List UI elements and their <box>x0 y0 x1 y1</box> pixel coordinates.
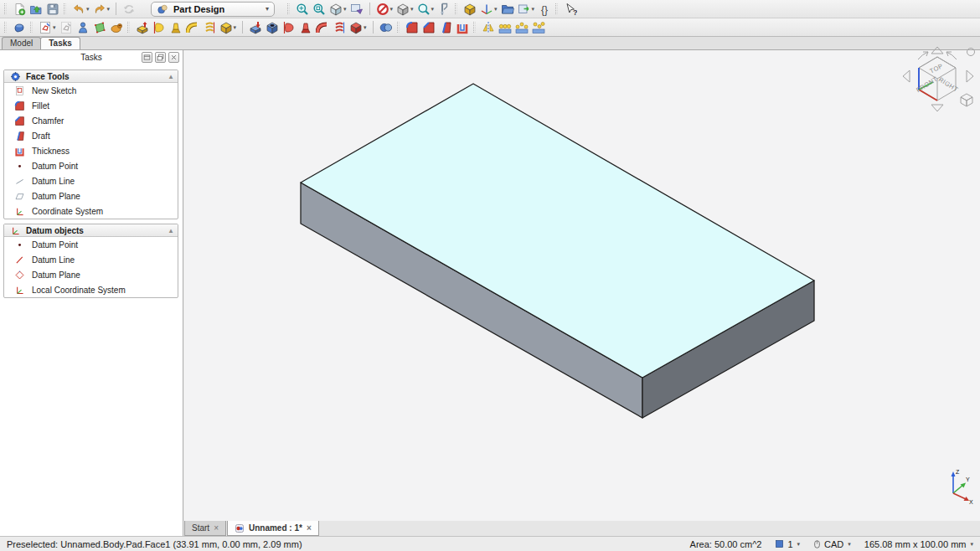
close-icon[interactable]: × <box>307 523 312 533</box>
multitransform-button[interactable] <box>530 19 547 36</box>
toolbar-grip <box>4 3 7 14</box>
whats-this-button[interactable]: ? <box>562 1 579 18</box>
placement-button[interactable]: ▾ <box>478 1 499 18</box>
fit-selection-button[interactable] <box>311 1 328 18</box>
workbench-selector[interactable]: Part Design ▾ <box>151 2 275 17</box>
mirrored-button[interactable] <box>480 19 497 36</box>
tab-start[interactable]: Start × <box>184 521 226 536</box>
collapse-arrow-icon[interactable]: ▴ <box>169 73 173 80</box>
viewport-3d[interactable]: TOP FRONT RIGHT Z Y X <box>184 50 980 521</box>
task-item-datum-point[interactable]: Datum Point <box>4 158 178 173</box>
fit-all-button[interactable] <box>294 1 311 18</box>
new-document-button[interactable] <box>11 1 28 18</box>
create-part-button[interactable] <box>462 1 478 18</box>
nav-cube-top-label[interactable]: TOP <box>928 62 944 75</box>
area-readout: Area: 50.00 cm^2 <box>690 539 762 549</box>
tab-unnamed-document[interactable]: Unnamed : 1* × <box>227 521 319 536</box>
task-item-datum-point[interactable]: Datum Point <box>4 237 178 252</box>
draft-button[interactable] <box>437 19 454 36</box>
task-item-new-sketch[interactable]: New Sketch <box>4 83 178 98</box>
chevron-down-icon: ▾ <box>390 6 394 12</box>
navigation-style-selector[interactable]: CAD▾ <box>813 539 851 549</box>
collapse-arrow-icon[interactable]: ▴ <box>169 227 173 234</box>
clone-button[interactable] <box>108 19 125 36</box>
edit-sketch-button[interactable] <box>58 19 75 36</box>
close-icon[interactable] <box>168 52 179 63</box>
task-item-datum-line[interactable]: Datum Line <box>4 173 178 188</box>
task-item-draft[interactable]: Draft <box>4 128 178 143</box>
revolution-button[interactable] <box>151 19 168 36</box>
pad-solid[interactable] <box>184 50 980 521</box>
task-item-fillet[interactable]: Fillet <box>4 98 178 113</box>
nav-circle-icon <box>967 49 975 56</box>
draw-style-button[interactable]: ▾ <box>374 1 395 18</box>
view-cube-button[interactable]: ▾ <box>395 1 415 18</box>
shape-binder-button[interactable] <box>91 19 108 36</box>
subtractive-loft-button[interactable] <box>297 19 314 36</box>
expression-button[interactable]: {} <box>536 1 553 18</box>
additive-primitive-button[interactable]: ▾ <box>218 19 239 36</box>
float-button[interactable] <box>155 52 166 63</box>
open-button[interactable] <box>28 1 44 18</box>
save-button[interactable] <box>44 1 61 18</box>
coord-system-icon <box>9 224 21 236</box>
pocket-button[interactable] <box>247 19 264 36</box>
mini-cube-icon <box>961 94 972 106</box>
additive-pipe-button[interactable] <box>184 19 201 36</box>
dimension-readout[interactable]: 165.08 mm x 100.00 mm▾ <box>864 539 973 549</box>
measure-button[interactable] <box>436 1 452 18</box>
section-header[interactable]: Face Tools▴ <box>4 70 178 83</box>
hole-button[interactable] <box>264 19 281 36</box>
chevron-down-icon: ▾ <box>364 24 367 30</box>
document-icon <box>235 523 245 533</box>
additive-helix-button[interactable] <box>201 19 218 36</box>
linear-pattern-button[interactable] <box>497 19 513 36</box>
layer-selector[interactable]: 1▾ <box>775 539 800 549</box>
refresh-button[interactable] <box>121 1 137 18</box>
zoom-tools-button[interactable]: ▾ <box>415 1 436 18</box>
undo-button[interactable]: ▾ <box>70 1 91 18</box>
boolean-operation-button[interactable] <box>378 19 395 36</box>
groove-button[interactable] <box>281 19 297 36</box>
datum-plane-red-icon <box>13 269 25 281</box>
task-item-coordinate-system[interactable]: Coordinate System <box>4 203 178 219</box>
polar-pattern-button[interactable] <box>513 19 530 36</box>
subtractive-primitive-button[interactable]: ▾ <box>348 19 369 36</box>
datum-plane-gray-icon <box>13 190 25 202</box>
axis-z-label: Z <box>956 469 960 475</box>
chamfer-button[interactable] <box>420 19 437 36</box>
task-item-datum-plane[interactable]: Datum Plane <box>4 188 178 203</box>
mouse-icon <box>813 539 821 549</box>
export-button[interactable]: ▾ <box>516 1 537 18</box>
subtractive-helix-button[interactable] <box>331 19 348 36</box>
subtractive-pipe-button[interactable] <box>314 19 331 36</box>
create-sketch-button[interactable]: ▾ <box>37 19 58 36</box>
section-header[interactable]: Datum objects▴ <box>4 224 178 237</box>
task-item-datum-plane[interactable]: Datum Plane <box>4 267 178 282</box>
fillet-button[interactable] <box>404 19 420 36</box>
close-icon[interactable]: × <box>214 523 219 533</box>
link-view-button[interactable] <box>348 1 365 18</box>
toolbar-separator <box>116 3 116 15</box>
nav-cube-right-label[interactable]: RIGHT <box>937 75 960 93</box>
group-button[interactable] <box>499 1 516 18</box>
svg-text:{}: {} <box>541 3 548 15</box>
task-item-local-coordinate-system[interactable]: Local Coordinate System <box>4 282 178 297</box>
part-design-toolbar: ▾▾▾ <box>0 18 980 37</box>
attach-sketch-button[interactable] <box>75 19 91 36</box>
task-item-chamfer[interactable]: Chamfer <box>4 113 178 128</box>
redo-button[interactable]: ▾ <box>91 1 112 18</box>
pad-button[interactable] <box>134 19 151 36</box>
navigation-cube[interactable]: TOP FRONT RIGHT <box>900 45 977 117</box>
toolbar-grip <box>473 22 476 33</box>
additive-loft-button[interactable] <box>168 19 184 36</box>
toolbar-grip <box>555 3 558 14</box>
create-body-button[interactable] <box>11 19 28 36</box>
tab-tasks[interactable]: Tasks <box>40 37 80 49</box>
tab-model[interactable]: Model <box>2 37 41 49</box>
axonometric-view-button[interactable]: ▾ <box>328 1 348 18</box>
task-item-thickness[interactable]: Thickness <box>4 143 178 158</box>
task-item-datum-line[interactable]: Datum Line <box>4 252 178 267</box>
thickness-button[interactable] <box>454 19 471 36</box>
dock-button[interactable] <box>142 52 152 63</box>
